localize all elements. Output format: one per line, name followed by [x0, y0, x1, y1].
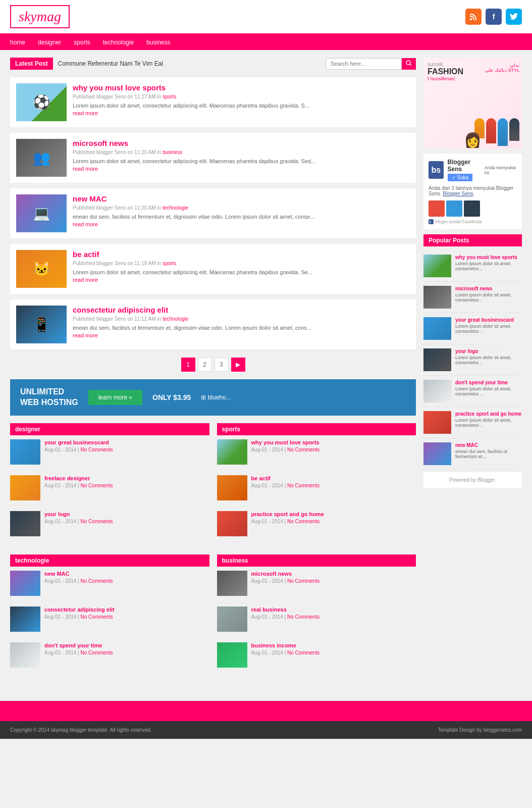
page-2-button[interactable]: 2 [198, 358, 212, 372]
article-1-readmore[interactable]: read more [73, 110, 98, 116]
article-1: ⚽ why you must love sports Published blo… [10, 77, 416, 128]
article-2-image: 👥 [16, 139, 67, 177]
article-4-text: Lorem ipsum dolor sit amet, consectetur … [73, 269, 410, 276]
popular-item-5-title[interactable]: don't spend your time [455, 380, 522, 385]
site-logo[interactable]: skymag [10, 5, 70, 28]
fb-like-button[interactable]: ✓ Suka [448, 174, 473, 181]
fb-friends-desc: Anda dan 3 lainnya menyukai Blogger Sens… [429, 185, 517, 196]
designer-item-3-title[interactable]: your logo [44, 511, 209, 517]
popular-item-3-title[interactable]: your great businesscard [455, 317, 522, 323]
article-2-readmore[interactable]: read more [73, 166, 98, 172]
footer-copyright: Copyright © 2014 skymag blogger template… [10, 727, 151, 733]
biz-item-2-title[interactable]: real business [251, 607, 416, 613]
nav-home[interactable]: home [10, 39, 25, 46]
sports-item-2-content: be actif Aug-01 - 2014 | No Comments [251, 475, 416, 500]
article-4-image: 🐱 [16, 250, 67, 288]
tech-item-3-title[interactable]: don't spend your time [44, 642, 209, 648]
sports-item-1-title[interactable]: why you must love sports [251, 439, 416, 445]
biz-item-2-content: real business Aug-01 - 2014 | No Comment… [251, 607, 416, 632]
popular-item-2-content: microsoft news Lorem ipsum dolor sit ame… [455, 286, 522, 309]
biz-item-3-image [217, 642, 247, 668]
search-button[interactable] [402, 58, 416, 70]
nav-business[interactable]: business [146, 39, 170, 46]
bluehost-logo: ⊞ blueho... [201, 394, 231, 401]
biz-item-2: real business Aug-01 - 2014 | No Comment… [217, 607, 416, 637]
designer-item-3-image [10, 511, 40, 536]
nav-designer[interactable]: designer [38, 39, 61, 46]
popular-item-3-content: your great businesscard Lorem ipsum dolo… [455, 317, 522, 340]
svg-line-2 [410, 64, 411, 66]
article-2-meta: Published blogger Sens on 11:20 AM in bu… [73, 149, 410, 155]
rss-icon[interactable] [465, 9, 482, 25]
article-2: 👥 microsoft news Published blogger Sens … [10, 133, 416, 183]
nav-technologie[interactable]: technologie [103, 39, 134, 46]
categories-row-2: technologie new MAC Aug-01 - 2014 | No C… [10, 554, 416, 678]
popular-item-1-image [423, 255, 451, 277]
facebook-widget: bs Blogger Sens ✓ Suka Anda menyukai ini… [423, 154, 522, 229]
designer-header: designer [10, 423, 209, 435]
popular-item-5: don't spend your time Lorem ipsum dolor … [423, 376, 522, 407]
biz-item-3-title[interactable]: business income [251, 642, 416, 648]
biz-item-1-image [217, 571, 247, 596]
popular-item-6-image [423, 411, 451, 434]
article-5-meta: Published blogger Sens on 11:11 AM in te… [73, 316, 410, 322]
hosting-price: ONLY $3.95 [152, 393, 191, 401]
popular-item-7-text: enean dui sem, facilisis ut fermentum et… [455, 449, 522, 459]
tech-item-2-title[interactable]: consectetur adipiscing elit [44, 607, 209, 613]
nav-sports[interactable]: sports [74, 39, 90, 46]
popular-item-6-title[interactable]: practice sport and go home [455, 411, 522, 417]
article-3-title[interactable]: new MAC [73, 194, 410, 203]
search-bar [326, 58, 416, 70]
biz-item-3: business income Aug-01 - 2014 | No Comme… [217, 642, 416, 673]
article-5-readmore[interactable]: read more [73, 332, 98, 338]
article-2-title[interactable]: microsoft news [73, 139, 410, 147]
tech-item-1-content: new MAC Aug-01 - 2014 | No Comments [44, 571, 209, 596]
article-3-meta: Published blogger Sens on 11:20 AM in te… [73, 205, 410, 211]
popular-item-1-title[interactable]: why you must love sports [455, 255, 522, 260]
latest-post-label: Latest Post [10, 58, 53, 70]
article-4-meta: Published blogger Sens on 11:18 AM in sp… [73, 261, 410, 266]
article-1-meta: Published blogger Sens on 11:27 AM in sp… [73, 94, 410, 99]
article-1-title[interactable]: why you must love sports [73, 83, 410, 92]
article-4-title[interactable]: be actif [73, 250, 410, 259]
popular-item-2-title[interactable]: microsoft news [455, 286, 522, 291]
business-header: business [217, 554, 416, 567]
article-5-title[interactable]: consectetur adipiscing elit [73, 306, 410, 314]
twitter-icon[interactable] [506, 9, 522, 25]
sports-item-2-title[interactable]: be actif [251, 475, 416, 481]
designer-item-2-title[interactable]: freelace designer [44, 475, 209, 481]
article-3-image: 💻 [16, 194, 67, 232]
tech-item-3: don't spend your time Aug-01 - 2014 | No… [10, 642, 209, 673]
designer-item-3-content: your logo Aug-01 - 2014 | No Comments [44, 511, 209, 536]
categories-row-1: designer your great businesscard Aug-01 … [10, 423, 416, 547]
main-nav: home designer sports technologie busines… [0, 35, 532, 50]
popular-item-6: practice sport and go home Lorem ipsum d… [423, 407, 522, 438]
sports-item-1: why you must love sports Aug-01 - 2014 |… [217, 439, 416, 470]
designer-item-1-title[interactable]: your great businesscard [44, 439, 209, 445]
hosting-text: UNLIMITED WEB HOSTING [20, 387, 78, 408]
page-1-button[interactable]: 1 [181, 358, 195, 372]
popular-item-7-title[interactable]: new MAC [455, 442, 522, 448]
popular-item-4-title[interactable]: your logo [455, 348, 522, 354]
article-3-text: enean dui sem, facilisis ut fermentum et… [73, 213, 410, 221]
tech-item-1-title[interactable]: new MAC [44, 571, 209, 577]
search-input[interactable] [326, 58, 402, 70]
sports-item-3-title[interactable]: practice sport and go home [251, 511, 416, 517]
article-3-readmore[interactable]: read more [73, 221, 98, 227]
popular-item-7-content: new MAC enean dui sem, facilisis ut ferm… [455, 442, 522, 465]
designer-item-2: freelace designer Aug-01 - 2014 | No Com… [10, 475, 209, 506]
article-5-image: 📱 [16, 306, 67, 343]
tech-item-1-image [10, 571, 40, 596]
popular-item-2-image [423, 286, 451, 309]
facebook-icon[interactable]: f [486, 9, 502, 25]
popular-item-1-content: why you must love sports Lorem ipsum dol… [455, 255, 522, 277]
biz-item-1-title[interactable]: microsoft news [251, 571, 416, 577]
page-3-button[interactable]: 3 [215, 358, 229, 372]
sports-item-2-image [217, 475, 247, 500]
biz-item-1: microsoft news Aug-01 - 2014 | No Commen… [217, 571, 416, 601]
page-next-button[interactable]: ▶ [231, 358, 245, 372]
footer: Copyright © 2014 skymag blogger template… [0, 721, 532, 739]
article-4-readmore[interactable]: read more [73, 277, 98, 283]
fb-desc-inline: Anda menyukai ini. [485, 165, 517, 175]
learn-more-button[interactable]: learn more » [88, 390, 142, 405]
